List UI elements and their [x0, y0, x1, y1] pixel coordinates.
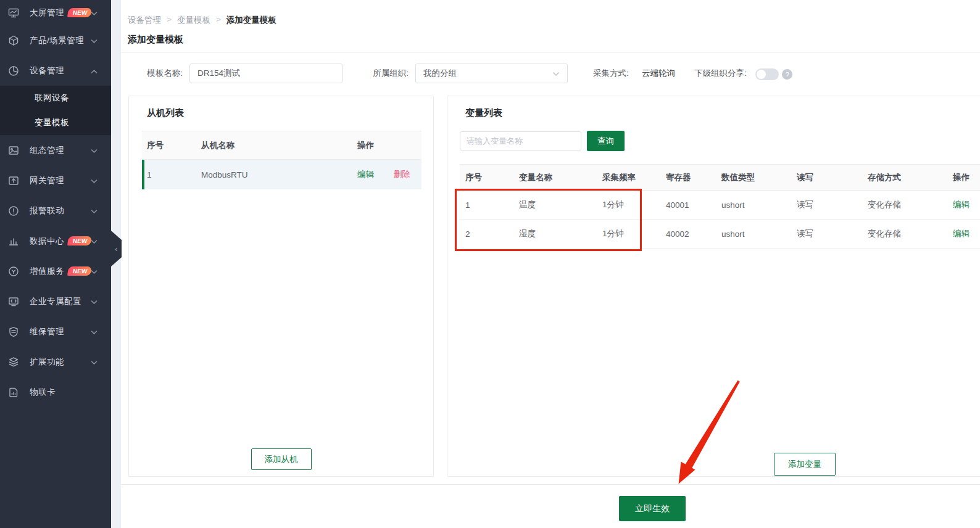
cube-icon	[8, 35, 19, 46]
chevron-down-icon	[552, 69, 560, 78]
sidebar-item-label: 维保管理	[30, 326, 64, 337]
help-icon[interactable]: ?	[782, 69, 792, 80]
sidebar-item-label: 物联卡	[30, 387, 56, 398]
col-read-write: 读写	[791, 172, 862, 183]
org-select-value: 我的分组	[423, 68, 457, 79]
chevron-down-icon	[91, 175, 98, 186]
sidebar-item-label: 网关管理	[30, 175, 64, 186]
share-toggle[interactable]	[755, 68, 779, 80]
screen-icon	[8, 7, 19, 19]
edit-variable-link[interactable]: 编辑	[953, 200, 970, 209]
new-badge: NEW	[67, 8, 92, 17]
sidebar-item-label: 产品/场景管理	[30, 35, 84, 46]
col-register: 寄存器	[660, 172, 716, 183]
var-type: ushort	[716, 229, 791, 239]
breadcrumb-current: 添加变量模板	[226, 15, 276, 26]
sidebar-item-label: 报警联动	[30, 205, 64, 217]
col-variable-name: 变量名称	[513, 172, 597, 183]
sidebar-item-label: 大屏管理	[30, 7, 64, 19]
chevron-down-icon	[91, 145, 98, 156]
sidebar-item-product-scene[interactable]: 产品/场景管理	[0, 25, 111, 56]
chevron-down-icon	[91, 266, 98, 277]
variable-table-row[interactable]: 2 湿度 1分钟 40002 ushort 读写 变化存储 编辑	[460, 220, 980, 249]
var-name: 温度	[513, 199, 597, 210]
breadcrumb-device-management[interactable]: 设备管理	[128, 15, 161, 26]
chevron-down-icon	[91, 326, 98, 337]
variable-table-header: 序号 变量名称 采集频率 寄存器 数值类型 读写 存储方式 操作	[460, 164, 980, 191]
sidebar-item-alarm-linkage[interactable]: 报警联动	[0, 196, 111, 226]
slave-name: ModbusRTU	[196, 170, 352, 179]
collect-mode-value: 云端轮询	[642, 64, 675, 83]
delete-slave-link[interactable]: 删除	[394, 170, 410, 179]
slave-list-panel: 从机列表 序号 从机名称 操作 1 ModbusRTU 编辑 删除 添加从机	[128, 96, 434, 477]
shield-icon	[8, 326, 19, 337]
sidebar-item-device-management[interactable]: 设备管理	[0, 56, 111, 86]
sidebar-item-label: 设备管理	[30, 65, 64, 76]
sidebar-item-data-center[interactable]: 数据中心 NEW	[0, 226, 111, 256]
sidebar-item-maintenance-management[interactable]: 维保管理	[0, 316, 111, 347]
variable-search-input[interactable]	[460, 131, 581, 151]
collect-mode-label: 采集方式:	[593, 64, 635, 83]
breadcrumb-separator: >	[216, 15, 221, 26]
var-index: 2	[460, 229, 513, 239]
sidebar-item-label: 组态管理	[30, 145, 64, 156]
col-actions: 操作	[352, 140, 421, 151]
chevron-down-icon	[91, 296, 98, 307]
col-index: 序号	[460, 172, 513, 183]
sidebar-item-enterprise-config[interactable]: 企业专属配置	[0, 286, 111, 316]
col-storage-mode: 存储方式	[862, 172, 947, 183]
variable-list-panel: 变量列表 查询 序号 变量名称 采集频率 寄存器 数值类型 读写 存储方式 操作…	[447, 96, 980, 477]
enterprise-config-icon	[8, 296, 19, 307]
slave-table-row[interactable]: 1 ModbusRTU 编辑 删除	[142, 160, 421, 189]
sidebar-item-variable-template[interactable]: 变量模板	[0, 110, 111, 135]
chevron-down-icon	[91, 205, 98, 217]
gateway-icon	[8, 175, 19, 186]
edit-variable-link[interactable]: 编辑	[953, 229, 970, 238]
col-index: 序号	[142, 140, 196, 151]
breadcrumb-separator: >	[167, 15, 172, 26]
slave-table: 序号 从机名称 操作 1 ModbusRTU 编辑 删除	[142, 131, 421, 189]
slave-table-header: 序号 从机名称 操作	[142, 131, 421, 160]
toggle-knob	[757, 70, 766, 79]
chevron-down-icon	[91, 236, 98, 247]
slave-panel-title: 从机列表	[147, 107, 184, 119]
chevron-down-icon	[91, 357, 98, 368]
var-type: ushort	[716, 200, 791, 210]
add-variable-button[interactable]: 添加变量	[774, 453, 836, 476]
sidebar-item-iot-card[interactable]: 物联卡	[0, 377, 111, 407]
sidebar-item-label: 扩展功能	[30, 357, 64, 368]
breadcrumb: 设备管理 > 变量模板 > 添加变量模板	[128, 15, 276, 26]
sidebar-item-gateway-management[interactable]: 网关管理	[0, 165, 111, 196]
sidebar-item-value-added-services[interactable]: 增值服务 NEW	[0, 256, 111, 286]
footer-divider	[121, 484, 980, 485]
var-frequency: 1分钟	[597, 199, 660, 210]
org-select[interactable]: 我的分组	[415, 64, 568, 83]
sidebar-subitem-label: 联网设备	[35, 93, 69, 104]
col-collect-frequency: 采集频率	[597, 172, 660, 183]
alarm-icon	[8, 205, 19, 217]
sidebar-item-label: 增值服务	[30, 266, 64, 277]
apply-button[interactable]: 立即生效	[619, 496, 686, 521]
sidebar-item-extended-functions[interactable]: 扩展功能	[0, 347, 111, 377]
new-badge: NEW	[67, 266, 92, 276]
breadcrumb-variable-template[interactable]: 变量模板	[177, 15, 210, 26]
var-rw: 读写	[791, 228, 862, 239]
pie-chart-icon	[8, 65, 19, 76]
sidebar-item-configuration-management[interactable]: 组态管理	[0, 135, 111, 165]
sidebar-item-networked-devices[interactable]: 联网设备	[0, 86, 111, 110]
org-label: 所属组织:	[359, 64, 409, 83]
add-slave-button[interactable]: 添加从机	[251, 448, 312, 470]
new-badge: NEW	[67, 236, 92, 245]
var-index: 1	[460, 200, 513, 210]
var-name: 湿度	[513, 228, 597, 239]
page-title: 添加变量模板	[128, 34, 183, 46]
variable-table-row[interactable]: 1 温度 1分钟 40001 ushort 读写 变化存储 编辑	[460, 191, 980, 220]
sidebar-item-big-screen[interactable]: 大屏管理 NEW	[0, 0, 111, 25]
share-label: 下级组织分享:	[694, 64, 752, 83]
sim-card-icon	[8, 387, 19, 398]
template-name-input[interactable]	[189, 64, 343, 83]
bar-chart-icon	[8, 236, 19, 247]
query-button[interactable]: 查询	[587, 131, 625, 151]
edit-slave-link[interactable]: 编辑	[357, 170, 374, 179]
collapse-chevron-icon: ‹	[115, 244, 117, 254]
